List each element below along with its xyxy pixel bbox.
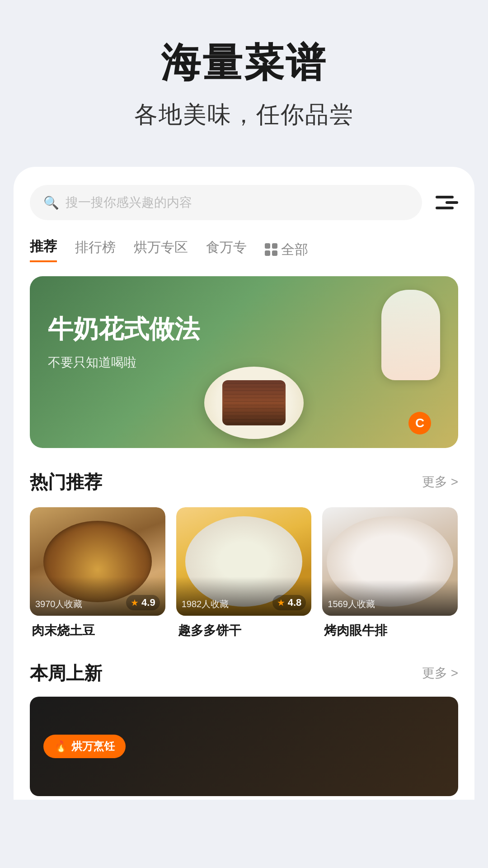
- app-card: 🔍 搜一搜你感兴趣的内容 推荐 排行榜 烘万专区 食万专 全部: [14, 167, 474, 800]
- collectors-3: 1569人收藏: [328, 598, 375, 610]
- rating-value-1: 4.9: [141, 597, 155, 609]
- food-card-image-3: 1569人收藏: [322, 507, 458, 616]
- menu-bar-2: [446, 201, 458, 204]
- hero-section: 海量菜谱 各地美味，任你品尝: [0, 0, 488, 149]
- fire-icon: 🔥: [54, 740, 68, 753]
- tab-hongwan[interactable]: 烘万专区: [134, 238, 188, 261]
- menu-bar-1: [436, 196, 454, 198]
- food-card-name-1: 肉末烧土豆: [30, 616, 165, 639]
- rating-value-2: 4.8: [288, 597, 302, 609]
- banner-title: 牛奶花式做法: [48, 312, 200, 347]
- hot-section-header: 热门推荐 更多 >: [30, 470, 458, 495]
- search-bar[interactable]: 🔍 搜一搜你感兴趣的内容: [30, 185, 422, 220]
- new-section: 本周上新 更多 > 🔥 烘万烹饪: [30, 661, 458, 796]
- collectors-2: 1982人收藏: [182, 598, 229, 610]
- tab-all[interactable]: 全部: [265, 236, 308, 264]
- star-icon-1: ★: [131, 597, 139, 608]
- search-row: 🔍 搜一搜你感兴趣的内容: [30, 185, 458, 220]
- star-icon-2: ★: [277, 597, 285, 608]
- rating-2: ★ 4.8: [272, 595, 306, 610]
- menu-bar-3: [436, 207, 454, 209]
- banner-drink: [381, 290, 440, 380]
- food-badge-3: 1569人收藏: [322, 580, 458, 616]
- nav-tabs: 推荐 排行榜 烘万专区 食万专 全部: [30, 236, 458, 264]
- new-banner-badge: 🔥 烘万烹饪: [43, 735, 126, 758]
- hot-section-more[interactable]: 更多 >: [422, 473, 458, 491]
- new-section-header: 本周上新 更多 >: [30, 661, 458, 686]
- menu-icon[interactable]: [431, 189, 458, 216]
- food-card-1[interactable]: 3970人收藏 ★ 4.9 肉末烧土豆: [30, 507, 165, 639]
- rating-1: ★ 4.9: [126, 595, 160, 610]
- banner-text: 牛奶花式做法 不要只知道喝啦: [48, 312, 200, 371]
- food-cards: 3970人收藏 ★ 4.9 肉末烧土豆 1982人收藏 ★ 4.8: [30, 507, 458, 639]
- food-card-image-1: 3970人收藏 ★ 4.9: [30, 507, 165, 616]
- food-card-name-2: 趣多多饼干: [176, 616, 312, 639]
- hot-section-title: 热门推荐: [30, 470, 102, 495]
- food-card-3[interactable]: 1569人收藏 烤肉眼牛排: [322, 507, 458, 639]
- new-section-title: 本周上新: [30, 661, 102, 686]
- food-card-2[interactable]: 1982人收藏 ★ 4.8 趣多多饼干: [176, 507, 312, 639]
- food-card-image-2: 1982人收藏 ★ 4.8: [176, 507, 312, 616]
- banner-food-item: [222, 380, 286, 425]
- banner-c-badge: C: [408, 412, 431, 434]
- banner-food-plate: [204, 367, 304, 439]
- food-badge-1: 3970人收藏 ★ 4.9: [30, 577, 165, 616]
- grid-icon: [265, 243, 277, 256]
- hero-subtitle: 各地美味，任你品尝: [18, 99, 470, 131]
- food-badge-2: 1982人收藏 ★ 4.8: [176, 577, 312, 616]
- new-banner[interactable]: 🔥 烘万烹饪: [30, 697, 458, 796]
- food-card-name-3: 烤肉眼牛排: [322, 616, 458, 639]
- tab-recommend[interactable]: 推荐: [30, 237, 57, 262]
- banner-subtitle: 不要只知道喝啦: [48, 354, 200, 371]
- tab-ranking[interactable]: 排行榜: [75, 238, 116, 261]
- hero-banner[interactable]: 牛奶花式做法 不要只知道喝啦 C: [30, 276, 458, 448]
- search-icon: 🔍: [43, 195, 59, 210]
- tab-shiwan[interactable]: 食万专: [206, 238, 247, 261]
- hero-title: 海量菜谱: [18, 36, 470, 90]
- new-section-more[interactable]: 更多 >: [422, 665, 458, 682]
- collectors-1: 3970人收藏: [35, 598, 83, 610]
- search-input-placeholder: 搜一搜你感兴趣的内容: [66, 194, 192, 211]
